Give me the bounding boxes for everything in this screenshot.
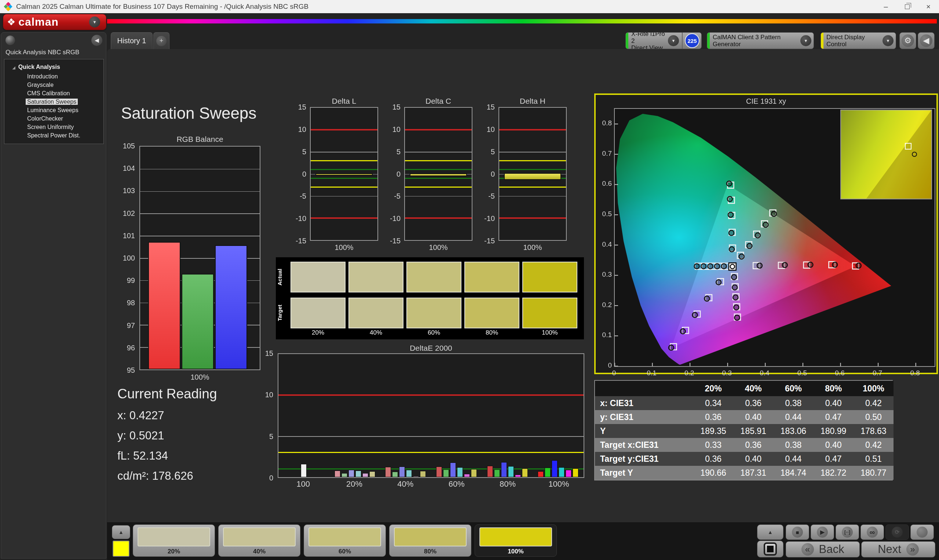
pattern-card-100%[interactable]: 100% [475, 525, 557, 557]
table-cell-value: 187.31 [733, 466, 773, 480]
back-button[interactable]: « Back [786, 541, 860, 557]
blank-button[interactable] [910, 525, 934, 540]
display-control-dropdown[interactable]: Direct Display Control ▼ [820, 32, 896, 49]
infinity-icon: ∞ [867, 527, 878, 538]
measured-marker-yellow [755, 233, 760, 238]
cie-y-tick-label: 0.7 [597, 149, 612, 158]
table-row-label: x: CIE31 [595, 396, 693, 410]
measured-marker-cyan [694, 263, 700, 269]
rgb-bars [147, 146, 249, 369]
y-axis-tick-label: 0 [251, 474, 273, 482]
deltae-bar [545, 468, 550, 477]
x-axis-label: 100% [498, 243, 567, 252]
deltae-bar [572, 468, 578, 477]
table-cell-value: 0.36 [733, 396, 773, 410]
sidebar-item-introduction[interactable]: Introduction [5, 72, 103, 81]
sidebar-item-grayscale[interactable]: Grayscale [5, 81, 103, 89]
target-swatch-80% [464, 298, 520, 328]
y-axis-tick-label: 15 [284, 103, 306, 111]
pattern-card-80%[interactable]: 80% [389, 525, 471, 557]
restore-button[interactable] [896, 0, 918, 13]
table-cell-value: 0.44 [773, 452, 813, 466]
deltae-group-label: 100% [533, 479, 584, 489]
pattern-preview-swatch[interactable] [113, 541, 130, 557]
measured-marker-cyan [701, 263, 706, 269]
deltae-group-label: 40% [380, 479, 431, 489]
toolbar-collapse-button[interactable]: ◀ [918, 32, 934, 49]
pattern-generator-dropdown[interactable]: CalMAN Client 3 Pattern Generator ▼ [707, 32, 814, 49]
measured-marker-cyan [708, 263, 713, 269]
play-button[interactable]: ▶ [811, 525, 834, 540]
gear-icon: ⚙ [902, 34, 914, 47]
y-axis-tick-label: 102 [113, 209, 135, 217]
calman-menu-button[interactable]: ❖ calman ▼ [3, 14, 106, 30]
sidebar-item-screen-uniformity[interactable]: Screen Uniformity [5, 123, 103, 131]
meter-dropdown[interactable]: X-Rite i1Pro 2 Direct View ▼ 225 [625, 32, 702, 49]
table-cell-value: 185.91 [733, 424, 773, 438]
y-axis-tick-label: 103 [113, 186, 135, 195]
sidebar-item-cms-calibration[interactable]: CMS Calibration [5, 89, 103, 97]
pattern-options-expand-button[interactable]: ▲ [757, 525, 783, 540]
table-cell-value: 0.38 [773, 438, 813, 452]
refresh-button[interactable]: ⟳ [885, 525, 909, 540]
y-axis-tick-label: -10 [473, 214, 495, 223]
table-cell-value: 0.44 [773, 410, 813, 424]
sidebar-item-saturation-sweeps[interactable]: Saturation Sweeps [5, 97, 103, 106]
pattern-panel-expand-button[interactable]: ▲ [112, 525, 130, 539]
table-cell-value: 0.36 [693, 410, 733, 424]
pattern-card-swatch [137, 528, 210, 546]
read-series-button[interactable]: [··] [836, 525, 859, 540]
close-button[interactable]: × [918, 0, 939, 13]
cie-x-tick-label: 0.6 [829, 369, 851, 377]
meter-reading-badge[interactable]: 225 [685, 33, 700, 48]
tree-root-quick-analysis[interactable]: ◢Quick Analysis [5, 62, 103, 72]
deltae-group-label: 60% [431, 479, 482, 489]
deltae-group-label: 80% [482, 479, 533, 489]
limit-line [405, 160, 472, 161]
table-cell-value: 0.36 [733, 438, 773, 452]
add-tab-button[interactable]: + [153, 32, 170, 49]
sidebar-knob-icon[interactable] [6, 35, 15, 45]
measured-marker-red [782, 262, 788, 268]
workflow-title: Quick Analysis NBC sRGB [6, 49, 79, 56]
tab-history-1[interactable]: History 1 [111, 32, 153, 49]
y-axis-tick-label: 99 [113, 276, 135, 285]
sidebar-item-luminance-sweeps[interactable]: Luminance Sweeps [5, 106, 103, 114]
pattern-window-toggle-button[interactable] [757, 541, 783, 557]
deltae-bar [487, 466, 493, 477]
stop-icon: ■ [792, 527, 803, 538]
deltae-groups [278, 354, 584, 477]
actual-swatch-40% [348, 262, 404, 292]
pattern-card-60%[interactable]: 60% [304, 525, 386, 557]
sidebar-item-colorchecker[interactable]: ColorChecker [5, 114, 103, 123]
table-row-label: Target Y [595, 466, 693, 480]
deltae-bar [566, 470, 572, 477]
actual-swatch-100% [522, 262, 577, 292]
pattern-card-20%[interactable]: 20% [133, 525, 215, 557]
cie-chart-title: CIE 1931 xy [596, 97, 936, 106]
cie-x-tick-label: 0.4 [753, 369, 776, 377]
inset-measured-marker [912, 152, 917, 157]
pattern-card-40%[interactable]: 40% [218, 525, 301, 557]
stop-button[interactable]: ■ [786, 525, 809, 540]
continuous-read-button[interactable]: ∞ [860, 525, 884, 540]
meter-mode: Direct View [631, 45, 663, 49]
sidebar-item-spectral-power-dist-[interactable]: Spectral Power Dist. [5, 131, 103, 140]
y-axis-tick-label: 100 [113, 254, 135, 262]
settings-button[interactable]: ⚙ [899, 32, 916, 49]
minimize-button[interactable]: – [875, 0, 896, 13]
chevron-down-icon: ▼ [89, 17, 100, 28]
pattern-card-swatch [308, 528, 381, 546]
tree-expander-icon[interactable]: ◢ [12, 66, 15, 70]
sidebar-collapse-button[interactable]: ◀ [91, 35, 102, 46]
generator-name: CalMAN Client 3 Pattern Generator [710, 34, 800, 48]
application-window: Calman 2025 Calman Ultimate for Business… [0, 0, 939, 560]
delta_h-plot [498, 107, 567, 241]
next-button[interactable]: Next » [861, 541, 935, 557]
chevron-down-icon: ▼ [800, 35, 811, 46]
cie-y-tick-label: 0.2 [597, 301, 612, 309]
limit-line [499, 217, 566, 219]
table-cell-value: 180.77 [854, 466, 894, 480]
limit-line [311, 129, 378, 131]
swatch-column-label: 80% [464, 329, 520, 337]
